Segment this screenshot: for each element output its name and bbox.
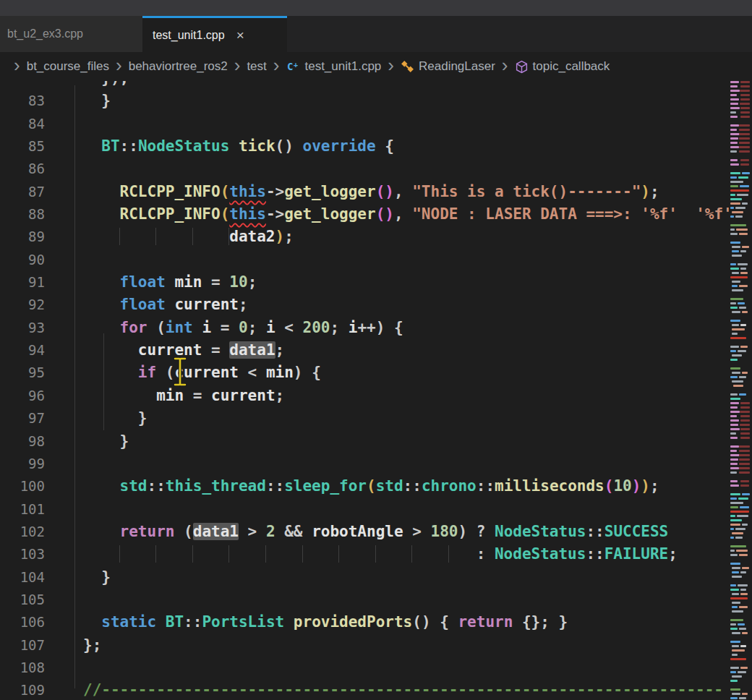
code-line[interactable]: 106 static BT::PortsList providedPorts()… xyxy=(0,611,729,633)
line-number: 84 xyxy=(0,113,45,135)
minimap-line xyxy=(730,159,738,161)
code-line[interactable]: }); xyxy=(0,81,729,90)
minimap-line xyxy=(730,367,740,370)
code-line[interactable]: 98 } xyxy=(0,430,729,453)
code-line[interactable]: 97 } xyxy=(0,407,729,430)
code-line[interactable]: 93 for (int i = 0; i < 200; i++) { xyxy=(0,317,729,339)
minimap-line xyxy=(730,215,734,218)
code-line[interactable]: 95 if (current < min) { xyxy=(0,362,729,384)
minimap-line xyxy=(732,593,739,595)
code-line[interactable]: 102 return (data1 > 2 && robotAngle > 18… xyxy=(0,521,729,543)
minimap-line xyxy=(739,697,746,699)
minimap-line xyxy=(730,393,738,396)
gutter-padding xyxy=(45,543,83,565)
code-line[interactable]: 101 xyxy=(0,498,729,521)
chevron-right-icon: › xyxy=(502,58,508,72)
minimap-line xyxy=(742,172,750,174)
chevron-right-icon: › xyxy=(273,58,280,72)
minimap-line xyxy=(740,163,749,166)
code-line[interactable]: 88 RCLCPP_INFO(this->get_logger(), "NODE… xyxy=(0,203,729,226)
code-editor[interactable]: });83 }8485 BT::NodeStatus tick() overri… xyxy=(0,81,729,700)
minimap-line xyxy=(740,411,750,413)
minimap-line xyxy=(730,307,738,309)
code-line[interactable]: 94 current = data1; xyxy=(0,339,729,362)
minimap-line xyxy=(739,458,750,461)
code-line[interactable]: 108 xyxy=(0,657,729,679)
minimap-line xyxy=(730,554,738,556)
breadcrumb-item-bt-course-files[interactable]: bt_course_files xyxy=(27,59,109,74)
code-line[interactable]: 104 } xyxy=(0,566,729,589)
minimap-line xyxy=(730,619,743,621)
line-number: 107 xyxy=(0,634,45,657)
gutter-padding xyxy=(45,339,83,362)
code-line[interactable]: 92 float current; xyxy=(0,294,729,316)
minimap-line xyxy=(740,116,750,118)
minimap-line xyxy=(740,593,748,595)
minimap-line xyxy=(739,471,750,474)
minimap-line xyxy=(742,632,748,634)
minimap-line xyxy=(740,159,749,161)
tab-bt-u2-ex3[interactable]: bt_u2_ex3.cpp xyxy=(0,16,142,52)
code-line[interactable]: 83 } xyxy=(0,90,729,112)
minimap-line xyxy=(732,324,739,326)
minimap-line xyxy=(732,354,742,357)
minimap-line xyxy=(730,276,748,278)
line-number: 89 xyxy=(0,226,45,248)
minimap[interactable] xyxy=(729,81,752,700)
minimap-line xyxy=(730,124,739,127)
close-icon[interactable]: × xyxy=(236,28,244,42)
minimap-line xyxy=(730,263,736,265)
minimap-line xyxy=(739,463,750,465)
breadcrumb-item-test[interactable]: test xyxy=(247,59,266,74)
minimap-line xyxy=(730,415,737,417)
code-line[interactable]: 90 xyxy=(0,249,729,271)
code-line[interactable]: 89 data2); xyxy=(0,226,729,248)
line-number: 86 xyxy=(0,158,45,180)
minimap-line xyxy=(739,393,746,396)
minimap-line xyxy=(730,350,736,352)
minimap-line xyxy=(740,480,749,482)
code-line[interactable]: 109//-----------------------------------… xyxy=(0,679,729,700)
minimap-line xyxy=(730,641,740,643)
minimap-line xyxy=(739,606,748,608)
minimap-line xyxy=(730,528,734,530)
code-line[interactable]: 105 xyxy=(0,589,729,611)
minimap-line xyxy=(730,411,740,413)
code-line[interactable]: 100 std::this_thread::sleep_for(std::chr… xyxy=(0,475,729,498)
code-line[interactable]: 84 xyxy=(0,113,729,135)
minimap-line xyxy=(740,506,749,508)
minimap-line xyxy=(730,233,738,235)
line-number: 105 xyxy=(0,589,45,611)
gutter-padding xyxy=(45,294,83,316)
code-line[interactable]: 96 min = current; xyxy=(0,385,729,407)
code-text: if (current < min) { xyxy=(83,362,321,384)
code-line[interactable]: 91 float min = 10; xyxy=(0,271,729,294)
minimap-line xyxy=(730,589,739,591)
code-line[interactable]: 85 BT::NodeStatus tick() override { xyxy=(0,135,729,158)
code-line[interactable]: 86 xyxy=(0,158,729,180)
minimap-line xyxy=(740,185,749,187)
breadcrumb-item-behaviortree-ros2[interactable]: behaviortree_ros2 xyxy=(129,59,228,74)
minimap-line xyxy=(732,289,743,291)
breadcrumb-label: behaviortree_ros2 xyxy=(129,59,228,74)
line-number: 92 xyxy=(0,294,45,316)
code-line[interactable]: 87 RCLCPP_INFO(this->get_logger(), "This… xyxy=(0,181,729,203)
code-line[interactable]: 99 xyxy=(0,453,729,475)
breadcrumb-item-test-unit1-cpp[interactable]: C+test_unit1.cpp xyxy=(286,59,381,74)
minimap-line xyxy=(730,202,740,205)
minimap-line xyxy=(742,202,748,205)
code-line[interactable]: 107}; xyxy=(0,634,729,657)
minimap-line xyxy=(730,85,738,88)
code-line[interactable]: 103 : NodeStatus::FAILURE; xyxy=(0,543,729,565)
tab-test-unit1[interactable]: test_unit1.cpp × xyxy=(142,16,287,52)
minimap-line xyxy=(738,671,746,673)
breadcrumb-item-topic-callback[interactable]: topic_callback xyxy=(515,59,610,74)
gutter-padding xyxy=(45,453,83,475)
minimap-line xyxy=(736,229,748,231)
minimap-line xyxy=(739,137,750,140)
minimap-line xyxy=(730,81,739,83)
minimap-line xyxy=(732,645,739,647)
minimap-line xyxy=(739,146,750,148)
minimap-line xyxy=(730,471,737,474)
breadcrumb-item-readinglaser[interactable]: ReadingLaser xyxy=(401,59,495,74)
